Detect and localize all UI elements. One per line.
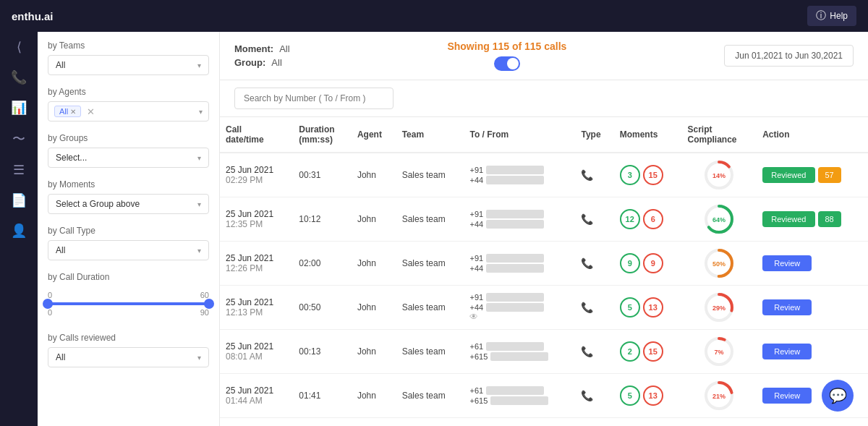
svg-text:29%: 29% [712, 304, 726, 312]
review-button[interactable]: Review [762, 255, 812, 271]
col-action: Action [757, 117, 868, 153]
sidebar-item-docs[interactable]: 📄 [11, 192, 27, 208]
date-range: Jun 01,2021 to Jun 30,2021 [724, 45, 854, 67]
col-datetime: Calldate/time [220, 117, 293, 153]
groups-select[interactable]: Select... ▾ [48, 148, 209, 168]
agents-input[interactable]: All ✕ ✕ ▾ [48, 101, 209, 122]
calls-table: Calldate/time Duration(mm:ss) Agent Team… [220, 117, 868, 418]
search-bar-row [220, 80, 868, 117]
moments-green-circle: 9 [620, 253, 640, 273]
cell-type: 📞 [575, 153, 613, 197]
group-label: Group: [234, 57, 265, 68]
compliance-donut: 14% [703, 159, 735, 191]
moments-red-circle: 15 [643, 341, 663, 362]
moments-select[interactable]: Select a Group above ▾ [48, 194, 209, 214]
table-row: 25 Jun 2021 12:35 PM 10:12 John Sales te… [220, 197, 868, 242]
svg-text:50%: 50% [712, 260, 726, 268]
cell-duration: 00:13 [293, 330, 352, 374]
table-row: 25 Jun 2021 12:26 PM 02:00 John Sales te… [220, 242, 868, 286]
logo: enthu.ai [12, 10, 54, 22]
col-agent: Agent [352, 117, 396, 153]
sidebar-item-activity[interactable]: 〜 [12, 130, 25, 148]
cell-compliance: 29% [682, 286, 757, 330]
moments-red-circle: 13 [643, 385, 663, 406]
showing-text: Showing 115 of 115 calls [447, 41, 566, 52]
cell-compliance: 14% [682, 153, 757, 197]
toggle-switch[interactable] [494, 56, 520, 71]
sidebar-item-chart[interactable]: 📊 [11, 100, 27, 116]
tag-close-icon[interactable]: ✕ [70, 108, 76, 116]
cell-duration: 10:12 [293, 197, 352, 242]
eye-icon: 👁 [469, 312, 478, 322]
cell-tofrom: +91 +44 [464, 197, 575, 242]
cell-duration: 01:41 [293, 374, 352, 418]
moment-label: Moment: [234, 43, 273, 54]
duration-slider[interactable]: 0 60 0 90 [48, 286, 209, 321]
cell-team: Sales team [396, 242, 464, 286]
group-value: All [271, 57, 281, 68]
sidebar-item-users[interactable]: 👤 [11, 223, 27, 239]
chevron-down-icon: ▾ [199, 108, 203, 116]
main-content: Moment: All Group: All Showing 115 of 11… [220, 32, 868, 426]
toggle-knob [507, 58, 519, 69]
cell-agent: John [352, 197, 396, 242]
score-button[interactable]: 57 [818, 167, 841, 183]
sidebar-item-collapse[interactable]: ⟨ [17, 39, 22, 55]
clear-agents-icon[interactable]: ✕ [87, 106, 95, 117]
call-type-icon: 📞 [581, 346, 593, 357]
moment-row: Moment: All [234, 43, 290, 54]
svg-text:14%: 14% [712, 172, 726, 179]
group-row: Group: All [234, 57, 290, 68]
cell-tofrom: +61 +615 [464, 330, 575, 374]
teams-filter: by Teams All ▾ [48, 41, 209, 75]
help-button[interactable]: ⓘ Help [807, 6, 856, 26]
cell-compliance: 64% [682, 197, 757, 242]
cell-team: Sales team [396, 153, 464, 197]
agents-filter: by Agents All ✕ ✕ ▾ [48, 87, 209, 122]
score-button[interactable]: 88 [818, 211, 841, 227]
cell-moments: 3 15 [614, 153, 682, 197]
sidebar-item-phone[interactable]: 📞 [11, 69, 27, 85]
sidebar-item-list[interactable]: ☰ [13, 162, 25, 178]
cell-duration: 00:50 [293, 286, 352, 330]
cell-tofrom: +91 +44 [464, 242, 575, 286]
moments-red-circle: 6 [643, 209, 663, 229]
teams-select[interactable]: All ▾ [48, 55, 209, 75]
cell-datetime: 25 Jun 2021 02:29 PM [220, 153, 293, 197]
compliance-donut: 21% [703, 380, 735, 412]
agents-tag: All ✕ [54, 106, 81, 117]
cell-duration: 00:31 [293, 153, 352, 197]
cell-tofrom: +61 +615 [464, 374, 575, 418]
table-row: 25 Jun 2021 12:13 PM 00:50 John Sales te… [220, 286, 868, 330]
search-input[interactable] [234, 88, 393, 109]
moment-value: All [279, 43, 289, 54]
col-moments: Moments [614, 117, 682, 153]
svg-text:7%: 7% [715, 349, 724, 356]
review-button[interactable]: Review [762, 299, 812, 315]
cell-agent: John [352, 330, 396, 374]
chevron-down-icon: ▾ [197, 154, 201, 162]
reviewed-button[interactable]: Reviewed [762, 167, 814, 183]
cell-duration: 02:00 [293, 242, 352, 286]
cell-moments: 2 15 [614, 330, 682, 374]
cell-tofrom: +91 +44 [464, 153, 575, 197]
review-button[interactable]: Review [762, 388, 812, 404]
toggle-wrap [494, 56, 520, 71]
cell-type: 📞 [575, 330, 613, 374]
calls-reviewed-filter: by Calls reviewed All ▾ [48, 333, 209, 367]
filters-panel: by Teams All ▾ by Agents All ✕ ✕ ▾ by Gr… [38, 32, 220, 426]
col-duration: Duration(mm:ss) [293, 117, 352, 153]
reviewed-button[interactable]: Reviewed [762, 211, 814, 227]
moment-group: Moment: All Group: All [234, 43, 290, 68]
call-type-select[interactable]: All ▾ [48, 240, 209, 260]
calls-reviewed-select[interactable]: All ▾ [48, 347, 209, 367]
cell-tofrom: +91 +44 👁 [464, 286, 575, 330]
moments-red-circle: 9 [643, 253, 663, 273]
cell-action: Review [757, 286, 868, 330]
agents-label: by Agents [48, 87, 209, 97]
review-button[interactable]: Review [762, 344, 812, 359]
cell-datetime: 25 Jun 2021 12:35 PM [220, 197, 293, 242]
col-type: Type [575, 117, 613, 153]
cell-datetime: 25 Jun 2021 08:01 AM [220, 330, 293, 374]
chat-button[interactable]: 💬 [822, 380, 854, 412]
